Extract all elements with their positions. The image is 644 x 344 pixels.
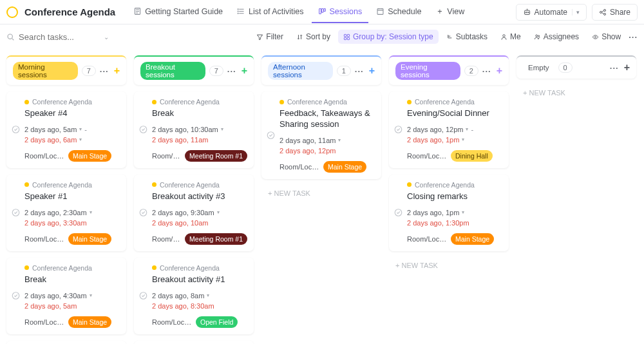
show-button[interactable]: Show: [587, 30, 626, 44]
column-more-icon[interactable]: ···: [227, 66, 236, 76]
view-tabs: Getting Started Guide List of Activities…: [127, 1, 515, 23]
card-start: 2 days ago, 8am▾: [152, 292, 247, 300]
column-label[interactable]: Morning sessions: [13, 62, 78, 80]
task-card[interactable]: Conference Agenda Speaker #1 2 days ago,…: [6, 175, 126, 251]
page-title: Conference Agenda: [24, 6, 115, 17]
check-icon[interactable]: [139, 292, 147, 300]
new-task-button[interactable]: + NEW TASK: [389, 258, 509, 273]
location-tag[interactable]: Dining Hall: [451, 150, 493, 162]
card-title: Break: [152, 108, 247, 119]
eye-icon: [592, 33, 599, 41]
svg-rect-6: [323, 8, 325, 11]
sort-button[interactable]: Sort by: [291, 30, 336, 44]
svg-rect-18: [347, 37, 349, 39]
me-button[interactable]: Me: [495, 30, 526, 44]
card-breadcrumb: Conference Agenda: [24, 181, 120, 189]
more-icon[interactable]: ···: [629, 32, 638, 42]
new-task-button[interactable]: + NEW TASK: [516, 85, 636, 100]
tab-add-view[interactable]: + View: [429, 1, 471, 23]
search-input[interactable]: [19, 32, 96, 42]
check-icon[interactable]: [12, 292, 20, 300]
column-add-icon[interactable]: +: [114, 65, 120, 77]
location-tag[interactable]: Main Stage: [68, 233, 111, 245]
column-count: 7: [209, 66, 223, 76]
location-tag[interactable]: Main Stage: [323, 161, 366, 173]
app-header: Conference Agenda Getting Started Guide …: [0, 0, 644, 24]
automate-button[interactable]: Automate ▾: [516, 4, 587, 21]
column-add-icon[interactable]: +: [624, 62, 630, 73]
new-task-button[interactable]: + NEW TASK: [261, 186, 381, 201]
task-card[interactable]: Conference Agenda Break 2 days ago, 10:3…: [134, 91, 254, 168]
location-tag[interactable]: Open Field: [196, 316, 238, 328]
board-icon: [318, 7, 327, 15]
location-tag[interactable]: Main Stage: [451, 233, 494, 245]
task-card[interactable]: Conference Agenda Feedback, Takeaways & …: [261, 91, 381, 179]
column-label[interactable]: Breakout sessions: [140, 62, 205, 80]
card-location: Room/Loca...Meeting Room #1: [152, 233, 247, 245]
status-dot-icon: [24, 100, 29, 104]
task-card[interactable]: Conference Agenda Breakout activity #3 2…: [134, 175, 254, 251]
filter-button[interactable]: Filter: [251, 30, 289, 44]
task-card[interactable]: Conference Agenda Lunch 2 days ago, 6am▾…: [6, 341, 126, 344]
column-label[interactable]: Evening sessions: [395, 62, 460, 80]
location-tag[interactable]: Main Stage: [68, 150, 111, 162]
column-label[interactable]: Afternoon sessions: [268, 62, 333, 80]
doc-icon: [133, 7, 142, 15]
task-card[interactable]: Conference Agenda Break 2 days ago, 4:30…: [6, 258, 126, 334]
column-header: Afternoon sessions 1 ··· +: [261, 55, 381, 85]
subtasks-button[interactable]: Subtasks: [441, 30, 493, 44]
card-start: 2 days ago, 9:30am▾: [152, 209, 247, 216]
column-add-icon[interactable]: +: [369, 65, 375, 77]
assignees-button[interactable]: Assignees: [529, 30, 584, 44]
group-button[interactable]: Group by: Session type: [338, 30, 439, 44]
task-card[interactable]: Conference Agenda Breakout activity #1 2…: [134, 258, 254, 334]
location-label: Room/Loca...: [152, 235, 181, 243]
tab-getting-started[interactable]: Getting Started Guide: [127, 1, 229, 23]
svg-rect-15: [344, 34, 346, 36]
location-tag[interactable]: Meeting Room #1: [185, 150, 247, 162]
column-label[interactable]: Empty: [523, 62, 554, 73]
column-more-icon[interactable]: ···: [610, 63, 619, 73]
location-tag[interactable]: Meeting Room #1: [185, 233, 247, 245]
location-tag[interactable]: Main Stage: [68, 316, 111, 328]
tab-sessions[interactable]: Sessions: [312, 1, 369, 23]
column: Evening sessions 2 ··· + Conference Agen…: [389, 55, 509, 273]
column-add-icon[interactable]: +: [242, 65, 247, 77]
check-icon[interactable]: [12, 209, 20, 217]
check-icon[interactable]: [394, 126, 402, 134]
task-card[interactable]: Conference Agenda Speaker #4 2 days ago,…: [6, 91, 126, 168]
task-card[interactable]: Conference Agenda Break 2 days ago, 9am▾: [134, 341, 254, 344]
calendar-icon: [376, 7, 384, 15]
card-dates: 2 days ago, 5am▾-2 days ago, 6am▾: [24, 126, 120, 144]
svg-point-22: [595, 36, 596, 37]
card-location: Room/Loca...Main Stage: [24, 150, 120, 162]
check-icon[interactable]: [139, 126, 147, 134]
card-start: 2 days ago, 11am▾: [279, 137, 375, 144]
column-more-icon[interactable]: ···: [355, 66, 364, 76]
card-title: Evening/Social Dinner: [407, 108, 502, 119]
check-icon[interactable]: [267, 131, 275, 139]
tab-list-activities[interactable]: List of Activities: [231, 1, 310, 23]
column-more-icon[interactable]: ···: [482, 66, 491, 76]
check-icon[interactable]: [394, 209, 402, 217]
status-dot-icon: [24, 265, 29, 270]
task-card[interactable]: Conference Agenda Evening/Social Dinner …: [389, 91, 509, 168]
card-title: Break: [24, 274, 120, 285]
column-more-icon[interactable]: ···: [100, 66, 109, 76]
card-start: 2 days ago, 1pm▾: [407, 209, 502, 216]
share-icon: [599, 8, 607, 16]
share-button[interactable]: Share: [592, 4, 638, 21]
column-add-icon[interactable]: +: [497, 65, 502, 77]
svg-point-9: [526, 12, 527, 14]
column-header: Evening sessions 2 ··· +: [389, 55, 509, 85]
card-breadcrumb: Conference Agenda: [152, 98, 247, 106]
svg-point-21: [538, 35, 539, 36]
person-icon: [500, 33, 507, 41]
task-card[interactable]: Conference Agenda Closing remarks 2 days…: [389, 175, 509, 251]
card-breadcrumb: Conference Agenda: [407, 181, 502, 189]
check-icon[interactable]: [12, 126, 20, 134]
tab-schedule[interactable]: Schedule: [370, 1, 428, 23]
chevron-down-icon[interactable]: ⌄: [104, 33, 109, 41]
check-icon[interactable]: [139, 209, 147, 217]
card-end: 2 days ago, 3:30am: [24, 219, 120, 227]
